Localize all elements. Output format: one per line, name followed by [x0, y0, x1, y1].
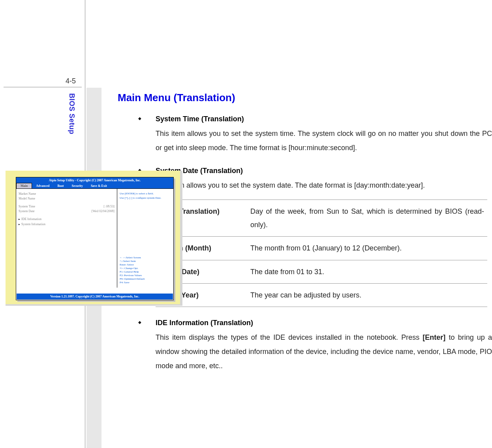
- page-number: 4-5: [66, 77, 76, 85]
- item-body: This item displays the types of the IDE …: [156, 330, 492, 373]
- bios-key-line: +/-: Change Opt.: [120, 267, 171, 270]
- ide-body-bold: [Enter]: [423, 333, 445, 341]
- bios-key-line: F2: Previous Values: [120, 274, 171, 277]
- item-ide-information: IDE Information (Translation) This item …: [138, 319, 492, 373]
- sidebar-title: BIOS Setup: [68, 93, 76, 134]
- bios-val-date: [Wed 02/04/2008]: [92, 209, 115, 213]
- bios-tab-security[interactable]: Security: [68, 183, 86, 188]
- bios-tab-boot[interactable]: Boot: [53, 183, 68, 188]
- item-heading: System Time (Translation): [156, 115, 492, 123]
- bios-screenshot: Atpio Setup Utility - Copyright (C) 2007…: [6, 171, 184, 307]
- table-row: Year (Year) The year can be adjusted by …: [156, 283, 487, 307]
- table-val: The year can be adjusted by users.: [244, 283, 487, 307]
- bios-footer: Version 1.21.1097. Copyright (C) 2007 Am…: [17, 294, 173, 299]
- bios-key-line: F1: General Help: [120, 270, 171, 273]
- table-row: Month (Month) The month from 01 (January…: [156, 237, 487, 260]
- bios-key-line: ↑↓:Select Item: [120, 260, 171, 263]
- bios-ide-label: IDE Infomation: [21, 217, 41, 221]
- bios-label-model: Model Name: [19, 197, 35, 200]
- date-format-table: Day (Translation) Day of the week, from …: [156, 200, 487, 307]
- table-val: Day of the week, from Sun to Sat, which …: [244, 200, 487, 237]
- table-row: Day (Translation) Day of the week, from …: [156, 200, 487, 237]
- top-divider: [4, 87, 82, 87]
- bios-right-pane: Use [ENTER] to select a field. Use [+], …: [117, 189, 173, 288]
- item-system-date: System Date (Translation) This item allo…: [138, 167, 492, 307]
- item-heading: IDE Information (Translation): [156, 319, 492, 327]
- bios-sys-label: System Infomation: [21, 222, 45, 226]
- bios-key-line: F9: Optimized Default: [120, 277, 171, 280]
- bios-system-info[interactable]: System Infomation: [19, 222, 115, 226]
- bios-key-line: F4: Save: [120, 281, 171, 284]
- bios-key-legend: ←→:Select Screen ↑↓:Select Item Enter: S…: [120, 256, 171, 284]
- bios-left-pane: Market Name Model Name System Time[ :08:…: [16, 189, 117, 288]
- bios-label-market: Market Name: [19, 192, 36, 196]
- bios-key-line: Enter: Select: [120, 263, 171, 266]
- page-title: Main Menu (Translation): [118, 92, 492, 104]
- bios-label-time[interactable]: System Time: [19, 205, 35, 208]
- item-heading: System Date (Translation): [156, 167, 492, 175]
- item-system-time: System Time (Translation) This item allo…: [138, 115, 492, 155]
- bios-window: Atpio Setup Utility - Copyright (C) 2007…: [16, 177, 174, 300]
- bios-help-line: Use [+], [-] to configure system Date.: [120, 196, 171, 200]
- bios-tab-main[interactable]: Main: [16, 183, 32, 188]
- table-row: Date (Date) The date from 01 to 31.: [156, 260, 487, 283]
- table-val: The date from 01 to 31.: [244, 260, 487, 283]
- table-val: The month from 01 (January) to 12 (Decem…: [244, 237, 487, 260]
- bios-help-line: Use [ENTER] to select a field.: [120, 192, 171, 195]
- bios-header: Atpio Setup Utility - Copyright (C) 2007…: [16, 177, 173, 183]
- bios-body: Market Name Model Name System Time[ :08:…: [16, 188, 173, 288]
- bios-key-line: ←→:Select Screen: [120, 256, 171, 259]
- ide-body-pre: This item displays the types of the IDE …: [156, 333, 423, 341]
- bios-ide-info[interactable]: IDE Infomation: [19, 217, 115, 221]
- item-body: This item allows you to set the system d…: [156, 178, 492, 192]
- bios-help-top: Use [ENTER] to select a field. Use [+], …: [120, 192, 171, 201]
- bios-val-time: [ :08:53]: [103, 205, 115, 208]
- item-list: System Time (Translation) This item allo…: [138, 115, 492, 373]
- bios-tab-save-exit[interactable]: Save & Exit: [87, 183, 111, 188]
- item-body: This item allows you to set the system t…: [156, 126, 492, 155]
- bios-tabs: Main Advanced Boot Security Save & Exit: [16, 183, 173, 188]
- bios-label-date[interactable]: System Date: [19, 209, 35, 213]
- bios-tab-advanced[interactable]: Advanced: [32, 183, 53, 188]
